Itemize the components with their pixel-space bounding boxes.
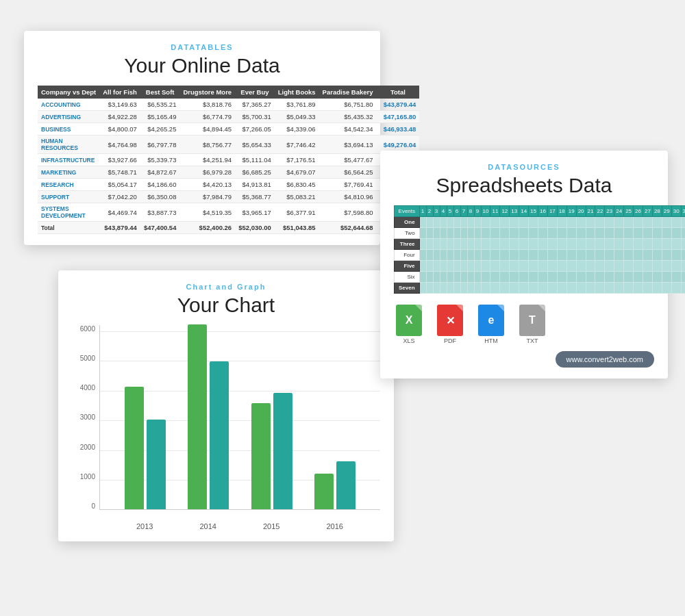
spreadsheet-table: Events1234567891011121314151617181920212… — [394, 205, 685, 294]
bar-green — [125, 387, 144, 509]
bar-teal — [147, 420, 166, 509]
file-icon-label: XLS — [403, 337, 414, 344]
file-icon-label: PDF — [444, 337, 456, 344]
datasources-title: Spreadsheets Data — [394, 174, 654, 197]
bar-green — [251, 403, 271, 509]
datatables-title: Your Online Data — [38, 54, 366, 77]
datatables-subtitle: DATATABLES — [38, 43, 366, 51]
bar-group — [251, 393, 292, 509]
bar-teal — [273, 393, 292, 509]
file-icon-label: HTM — [484, 337, 498, 344]
datasources-card: DATASOURCES Spreadsheets Data Events1234… — [380, 151, 668, 378]
bar-group — [314, 461, 356, 509]
x-axis-label: 2013 — [124, 522, 165, 530]
file-icon-htm[interactable]: eHTM — [476, 305, 506, 344]
chart-card: Chart and Graph Your Chart 6000500040003… — [58, 270, 394, 541]
website-button[interactable]: www.convert2web.com — [556, 351, 655, 368]
bar-teal — [336, 461, 356, 509]
bar-group — [125, 387, 166, 509]
y-axis: 6000500040003000200010000 — [72, 325, 99, 510]
file-icon-txt[interactable]: TTXT — [517, 305, 547, 344]
x-axis-label: 2016 — [314, 522, 356, 530]
bar-teal — [210, 361, 229, 509]
bar-chart-inner — [99, 325, 380, 510]
x-axis-label: 2015 — [251, 522, 292, 530]
datatables-card: DATATABLES Your Online Data Company vs D… — [24, 31, 380, 245]
file-icons-row: XXLS✕PDFeHTMTTXT — [394, 305, 654, 344]
file-icon-label: TXT — [527, 337, 538, 344]
file-icon-xls[interactable]: XXLS — [394, 305, 424, 344]
datasources-subtitle: DATASOURCES — [394, 163, 654, 171]
chart-subtitle: Chart and Graph — [72, 283, 380, 291]
file-icon-pdf[interactable]: ✕PDF — [435, 305, 465, 344]
chart-area: 6000500040003000200010000 20132014201520… — [72, 325, 380, 530]
bar-green — [188, 324, 207, 509]
bar-group — [188, 324, 229, 509]
chart-title: Your Chart — [72, 294, 380, 317]
data-table: Company vs DeptAll for FishBest SoftDrug… — [38, 86, 419, 234]
bar-green — [314, 474, 334, 509]
x-axis-label: 2014 — [188, 522, 229, 530]
x-labels: 2013201420152016 — [99, 522, 380, 530]
